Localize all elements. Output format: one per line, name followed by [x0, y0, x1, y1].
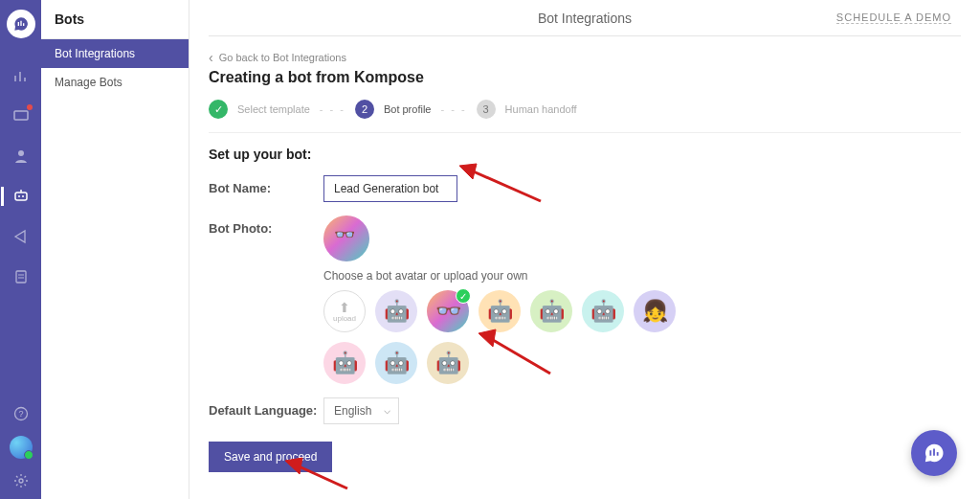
avatar-hint: Choose a bot avatar or upload your own	[323, 269, 961, 283]
profile-avatar[interactable]	[10, 436, 33, 459]
upload-label: upload	[333, 314, 356, 323]
annotation-arrow-3	[285, 455, 352, 493]
bots-sidebar: Bots Bot Integrations Manage Bots	[41, 0, 189, 499]
broadcast-icon[interactable]	[12, 228, 30, 245]
annotation-arrow-1	[459, 158, 546, 206]
icon-rail: ?	[0, 0, 41, 499]
topbar: Bot Integrations SCHEDULE A DEMO	[209, 0, 961, 36]
svg-rect-3	[14, 111, 28, 120]
svg-line-15	[469, 170, 541, 201]
default-language-label: Default Language:	[209, 397, 323, 418]
step-2-label: Bot profile	[384, 103, 432, 115]
chat-bubble-icon	[13, 16, 29, 32]
chat-widget-fab[interactable]	[911, 430, 957, 476]
step-sep-2: - - -	[440, 103, 466, 115]
sidebar-title: Bots	[41, 0, 189, 39]
svg-point-7	[22, 195, 24, 197]
topbar-title: Bot Integrations	[538, 11, 632, 26]
bot-name-input[interactable]	[323, 175, 457, 202]
svg-rect-9	[16, 271, 26, 283]
avatar-option-2[interactable]: 👓	[427, 290, 469, 332]
help-icon[interactable]: ?	[12, 405, 30, 422]
back-link[interactable]: Go back to Bot Integrations	[209, 50, 961, 65]
svg-line-17	[488, 337, 550, 374]
chat-bubble-icon	[924, 442, 945, 464]
content: Go back to Bot Integrations Creating a b…	[209, 36, 961, 472]
avatar-option-8[interactable]: 🤖	[375, 342, 417, 384]
step-3-label: Human handoff	[505, 103, 577, 115]
stepper: ✓ Select template - - - 2 Bot profile - …	[209, 100, 961, 119]
bot-photo-preview	[323, 215, 369, 261]
analytics-icon[interactable]	[12, 67, 30, 84]
bot-name-label: Bot Name:	[209, 175, 323, 195]
bot-photo-label: Bot Photo:	[209, 215, 323, 236]
avatar-option-6[interactable]: 👧	[634, 290, 676, 332]
svg-point-6	[18, 195, 20, 197]
schedule-demo-link[interactable]: SCHEDULE A DEMO	[836, 11, 951, 24]
bot-photo-row: Bot Photo: Choose a bot avatar or upload…	[209, 215, 961, 384]
step-1-label: Select template	[237, 103, 310, 115]
main-area: Bot Integrations SCHEDULE A DEMO Go back…	[189, 0, 980, 499]
bot-icon[interactable]	[12, 188, 30, 205]
avatar-option-9[interactable]: 🤖	[427, 342, 469, 384]
page-heading: Creating a bot from Kompose	[209, 69, 961, 86]
avatar-upload[interactable]: ⬆upload	[323, 290, 366, 332]
divider	[209, 132, 961, 133]
bot-name-row: Bot Name:	[209, 175, 961, 202]
chat-icon[interactable]	[12, 107, 30, 125]
avatar-option-5[interactable]: 🤖	[582, 290, 624, 332]
step-sep-1: - - -	[320, 103, 345, 115]
svg-marker-18	[479, 329, 496, 347]
sidebar-item-bot-integrations[interactable]: Bot Integrations	[41, 39, 189, 68]
svg-marker-16	[459, 164, 477, 179]
doc-icon[interactable]	[12, 268, 30, 285]
annotation-arrow-2	[479, 326, 555, 378]
svg-point-4	[18, 150, 24, 156]
step-3-dot: 3	[477, 100, 496, 119]
step-2-dot: 2	[355, 100, 374, 119]
avatar-option-7[interactable]: 🤖	[323, 342, 366, 384]
step-1-dot: ✓	[209, 100, 228, 119]
default-language-select[interactable]: English	[323, 397, 399, 424]
default-language-value: English	[334, 404, 371, 418]
settings-gear-icon[interactable]	[12, 472, 30, 489]
section-heading: Set up your bot:	[209, 147, 961, 162]
svg-line-19	[295, 465, 347, 488]
svg-text:?: ?	[18, 409, 23, 419]
logo[interactable]	[7, 10, 35, 38]
avatar-option-1[interactable]: 🤖	[375, 290, 417, 332]
default-language-row: Default Language: English	[209, 397, 961, 424]
user-icon[interactable]	[12, 147, 30, 165]
sidebar-item-manage-bots[interactable]: Manage Bots	[41, 68, 189, 97]
svg-marker-20	[285, 458, 302, 474]
svg-rect-5	[15, 193, 27, 200]
svg-point-14	[19, 479, 23, 483]
